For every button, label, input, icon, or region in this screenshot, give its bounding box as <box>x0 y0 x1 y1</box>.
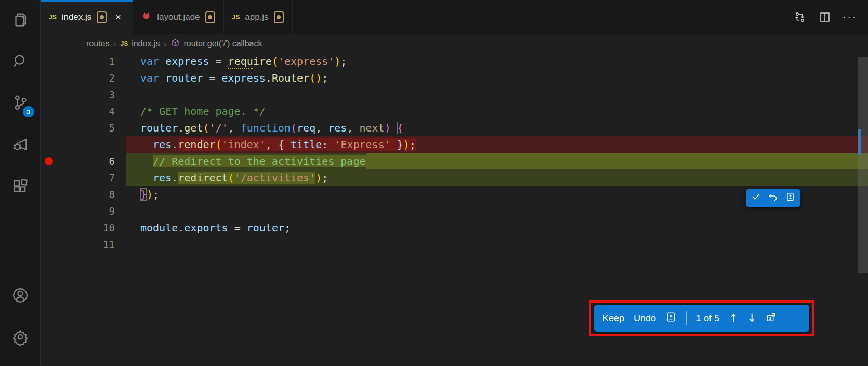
gutter[interactable]: 4 <box>41 103 126 120</box>
keep-button[interactable]: Keep <box>602 313 624 324</box>
open-changes-icon[interactable] <box>793 10 807 24</box>
line-number: 7 <box>41 169 126 186</box>
code-line-11: 11 <box>41 236 868 253</box>
gutter[interactable] <box>41 136 126 153</box>
modified-indicator-icon[interactable] <box>97 11 107 23</box>
gutter[interactable]: 11 <box>41 236 126 253</box>
editor-actions: ··· <box>793 0 868 34</box>
open-all-edits-icon[interactable] <box>766 311 777 325</box>
vscode-window: 3 <box>0 0 868 366</box>
account-icon <box>11 286 29 306</box>
files-icon <box>11 11 29 31</box>
code-line-1: 1var express = require('express'); <box>41 53 868 70</box>
edit-counter: 1 of 5 <box>696 313 719 324</box>
sidebar-item-explorer[interactable] <box>0 0 41 42</box>
tab-bar: JS index.js × layout.jade JS app.js <box>41 0 868 34</box>
gutter[interactable]: 10 <box>41 219 126 236</box>
tab-index-js[interactable]: JS index.js × <box>41 0 133 34</box>
search-icon <box>11 53 29 72</box>
file-diff-icon[interactable] <box>665 311 677 325</box>
code-text: router.get('/', function(req, res, next)… <box>140 120 403 136</box>
code-text: module.exports = router; <box>140 219 291 236</box>
breadcrumb-item-file[interactable]: JS index.js <box>120 39 160 48</box>
breadcrumb-item-routes[interactable]: routes <box>86 39 109 48</box>
tab-label: app.js <box>245 12 268 22</box>
line-number: 11 <box>41 236 126 253</box>
next-edit-arrow-icon[interactable]: ↓ <box>747 312 757 324</box>
breadcrumb: routes › JS index.js › router.get('/') c… <box>41 34 868 53</box>
gutter[interactable]: 1 <box>41 53 126 70</box>
line-number: 9 <box>41 203 126 219</box>
code-line-8: 8}); <box>41 186 868 203</box>
code-line-10: 10module.exports = router; <box>41 219 868 236</box>
gutter[interactable]: 9 <box>41 203 126 219</box>
code-text: res.redirect('/activities'); <box>140 169 328 186</box>
gutter[interactable]: 6 <box>41 153 126 169</box>
gutter[interactable]: 7 <box>41 169 126 186</box>
inline-diff-actions <box>746 189 800 207</box>
code-text: var router = express.Router(); <box>140 70 328 86</box>
jade-icon <box>141 11 152 23</box>
sidebar-item-settings[interactable] <box>0 317 41 359</box>
tab-label: index.js <box>62 12 92 22</box>
sidebar-item-source-control[interactable]: 3 <box>0 83 41 125</box>
line-number: 8 <box>41 186 126 203</box>
undo-button[interactable]: Undo <box>634 313 656 324</box>
line-number: 6 <box>41 153 126 169</box>
line-number: 3 <box>41 86 126 103</box>
code-line-6: 6 // Redirect to the activities page <box>41 153 868 169</box>
close-icon[interactable]: × <box>112 11 124 23</box>
activity-bar: 3 <box>0 0 41 366</box>
code-line-deleted: res.render('index', { title: 'Express' }… <box>41 136 868 153</box>
line-number: 5 <box>41 120 126 136</box>
breakpoint-icon[interactable] <box>45 157 53 165</box>
accept-check-icon[interactable] <box>751 192 761 204</box>
symbol-cube-icon <box>170 38 180 49</box>
breadcrumb-item-symbol[interactable]: router.get('/') callback <box>170 38 262 49</box>
code-text: /* GET home page. */ <box>140 103 266 120</box>
js-icon: JS <box>232 14 240 21</box>
code-text: // Redirect to the activities page <box>140 153 366 169</box>
js-icon: JS <box>49 14 57 21</box>
file-diff-icon[interactable] <box>785 192 795 204</box>
tab-layout-jade[interactable]: layout.jade <box>133 0 223 34</box>
more-actions-icon[interactable]: ··· <box>843 10 857 24</box>
tab-app-js[interactable]: JS app.js <box>224 0 293 34</box>
tab-label: layout.jade <box>157 12 200 22</box>
breadcrumb-separator: › <box>164 40 166 48</box>
sidebar-item-accounts[interactable] <box>0 276 41 317</box>
breadcrumb-separator: › <box>113 40 116 48</box>
js-icon: JS <box>120 40 128 47</box>
code-line-7: 7 res.redirect('/activities'); <box>41 169 868 186</box>
gutter[interactable]: 2 <box>41 70 126 86</box>
code-line-3: 3 <box>41 86 868 103</box>
scrollbar[interactable] <box>858 57 868 273</box>
discard-icon[interactable] <box>768 192 778 204</box>
split-editor-icon[interactable] <box>818 10 832 24</box>
overview-ruler-modified-marker <box>858 129 861 155</box>
code-line-9: 9 <box>41 203 868 219</box>
code-line-5: 5router.get('/', function(req, res, next… <box>41 120 868 136</box>
source-control-badge: 3 <box>23 106 34 117</box>
modified-indicator-icon[interactable] <box>274 11 284 23</box>
gutter[interactable]: 3 <box>41 86 126 103</box>
extensions-icon <box>11 177 29 197</box>
copilot-edits-toolbar: Keep Undo 1 of 5 ↑ ↓ <box>594 305 809 332</box>
gutter[interactable]: 8 <box>41 186 126 203</box>
line-number: 2 <box>41 70 126 86</box>
debug-icon <box>11 136 29 155</box>
previous-edit-arrow-icon[interactable]: ↑ <box>729 312 738 324</box>
sidebar-item-search[interactable] <box>0 42 41 83</box>
sidebar-item-extensions[interactable] <box>0 166 41 208</box>
line-number: 10 <box>41 219 126 236</box>
code-text: var express = require('express'); <box>140 53 347 70</box>
sidebar-item-run-debug[interactable] <box>0 125 41 166</box>
line-number: 1 <box>41 53 126 70</box>
code-line-4: 4/* GET home page. */ <box>41 103 868 120</box>
toolbar-divider <box>686 311 687 325</box>
modified-indicator-icon[interactable] <box>205 11 215 23</box>
gutter[interactable]: 5 <box>41 120 126 136</box>
code-line-2: 2var router = express.Router(); <box>41 70 868 86</box>
gear-icon <box>11 328 29 348</box>
line-number: 4 <box>41 103 126 120</box>
